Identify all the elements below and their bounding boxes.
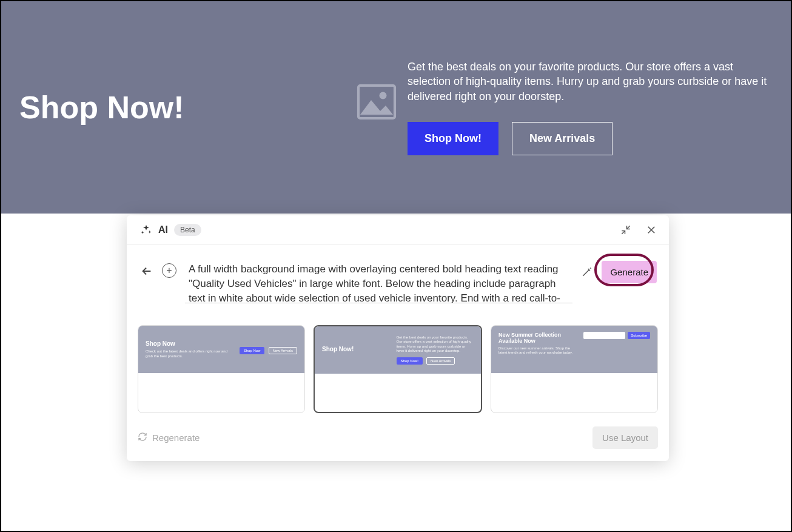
- ai-panel-header: AI Beta: [127, 215, 669, 245]
- back-arrow-icon[interactable]: [140, 264, 153, 278]
- layout-options: Shop Now Check out the latest deals and …: [127, 313, 669, 419]
- card1-secondary: New Arrivals: [269, 347, 297, 354]
- card3-input: [583, 332, 625, 339]
- hero-title: Shop Now!: [19, 89, 353, 126]
- new-arrivals-button[interactable]: New Arrivals: [512, 122, 612, 155]
- ai-panel-footer: Regenerate Use Layout: [127, 419, 669, 461]
- card2-title: Shop Now!: [322, 346, 391, 352]
- card2-secondary: New Arrivals: [426, 357, 455, 365]
- hero-right: Get the best deals on your favorite prod…: [353, 59, 773, 155]
- generate-button[interactable]: Generate: [602, 261, 657, 283]
- card2-primary: Shop Now!: [397, 357, 423, 365]
- card1-title: Shop Now: [146, 340, 229, 347]
- hero-buttons: Shop Now! New Arrivals: [408, 122, 773, 155]
- card3-desc: Discover our new summer arrivals. Shop t…: [498, 346, 579, 355]
- card2-desc: Get the best deals on your favorite prod…: [397, 335, 474, 353]
- ai-header-left: AI Beta: [140, 224, 201, 236]
- close-icon[interactable]: [646, 224, 657, 235]
- layout-card-2[interactable]: Shop Now! Get the best deals on your fav…: [314, 325, 482, 413]
- card1-primary: Shop Now: [240, 347, 265, 354]
- prompt-input[interactable]: [185, 260, 572, 303]
- regenerate-button[interactable]: Regenerate: [138, 432, 200, 443]
- svg-point-1: [380, 92, 387, 99]
- ai-panel: AI Beta +: [127, 215, 669, 461]
- regenerate-label: Regenerate: [152, 433, 200, 443]
- ai-header-right: [620, 224, 657, 235]
- layout-card-1[interactable]: Shop Now Check out the latest deals and …: [138, 325, 305, 413]
- sparkle-icon: [140, 224, 152, 236]
- image-placeholder-icon: [353, 80, 400, 124]
- hero-description: Get the best deals on your favorite prod…: [408, 59, 773, 104]
- card3-subscribe: Subscribe: [628, 332, 650, 339]
- use-layout-button[interactable]: Use Layout: [592, 426, 658, 449]
- hero-section: Shop Now! Get the best deals on your fav…: [1, 1, 791, 214]
- prompt-row: + Generate: [127, 245, 669, 313]
- add-icon[interactable]: +: [162, 263, 176, 278]
- magic-wand-icon[interactable]: [581, 266, 593, 278]
- card3-title: New Summer Collection Available Now: [498, 332, 579, 344]
- card1-desc: Check out the latest deals and offers ri…: [146, 349, 229, 358]
- hero-copy-block: Get the best deals on your favorite prod…: [408, 59, 773, 155]
- beta-badge: Beta: [174, 224, 201, 236]
- ai-label: AI: [158, 224, 168, 235]
- shop-now-button[interactable]: Shop Now!: [408, 122, 498, 155]
- collapse-icon[interactable]: [620, 224, 631, 235]
- refresh-icon: [138, 432, 147, 443]
- layout-card-3[interactable]: New Summer Collection Available Now Disc…: [491, 325, 658, 413]
